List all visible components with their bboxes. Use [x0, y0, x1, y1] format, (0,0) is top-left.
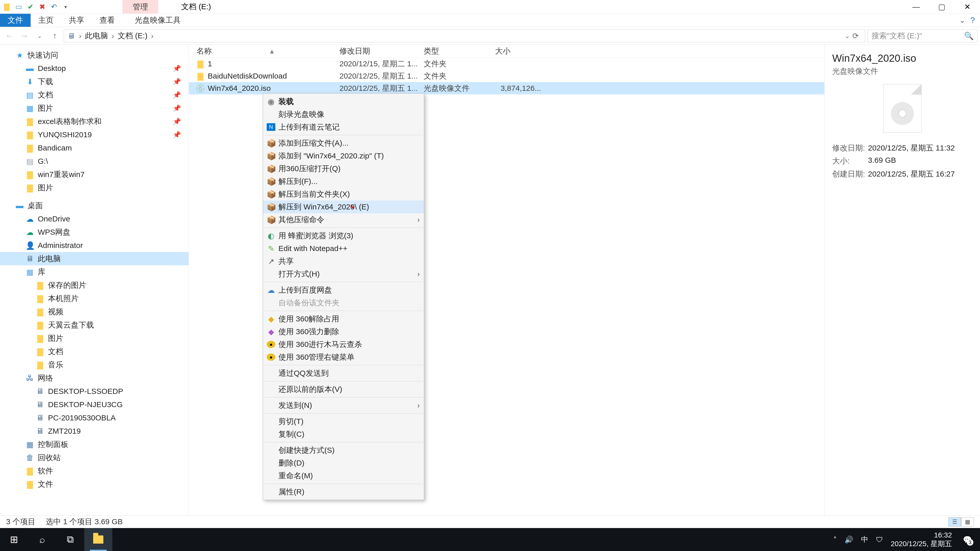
menu-item[interactable]: 📦添加到 "Win7x64_2020.zip" (T)	[263, 149, 424, 162]
nav-lib-tianyi[interactable]: ▇天翼云盘下载	[0, 318, 189, 332]
nav-folder-files[interactable]: ▇文件	[0, 478, 189, 491]
nav-folder[interactable]: ▇excel表格制作求和📌	[0, 115, 189, 128]
nav-net-pc[interactable]: 🖥PC-20190530OBLA	[0, 411, 189, 424]
menu-item[interactable]: 属性(R)	[263, 486, 424, 498]
minimize-button[interactable]: —	[904, 0, 929, 14]
nav-up-button[interactable]: ↑	[48, 30, 61, 42]
nav-lib-saved-pictures[interactable]: ▇保存的图片	[0, 279, 189, 292]
view-details-button[interactable]: ☰	[948, 517, 961, 527]
qat-dropdown-icon[interactable]: ▾	[62, 3, 69, 11]
chevron-right-icon[interactable]: ›	[77, 32, 83, 40]
menu-item[interactable]: 刻录光盘映像	[263, 108, 424, 121]
navigation-tree[interactable]: ★快速访问 ▬Desktop📌 ⬇下载📌 ▤文档📌 ▦图片📌 ▇excel表格制…	[0, 45, 189, 515]
col-name[interactable]: 名称 ▴	[189, 46, 339, 56]
breadcrumb-this-pc[interactable]: 此电脑	[85, 30, 108, 41]
nav-lib-documents[interactable]: ▇文档	[0, 345, 189, 358]
nav-lib-camera-roll[interactable]: ▇本机照片	[0, 292, 189, 305]
task-view-button[interactable]: ⧉	[56, 528, 84, 551]
close-button[interactable]: ✕	[955, 0, 980, 14]
breadcrumb-dropdown-icon[interactable]: ⌄	[845, 32, 850, 40]
nav-folder-software[interactable]: ▇软件	[0, 464, 189, 478]
explorer-taskbar-button[interactable]	[84, 528, 112, 551]
taskbar-clock[interactable]: 16:32 2020/12/25, 星期五	[891, 531, 952, 548]
nav-net-pc[interactable]: 🖥DESKTOP-NJEU3CG	[0, 398, 189, 411]
tab-home[interactable]: 主页	[30, 14, 61, 27]
col-date[interactable]: 修改日期	[339, 46, 424, 56]
menu-item[interactable]: N上传到有道云笔记	[263, 121, 424, 133]
nav-pictures[interactable]: ▦图片📌	[0, 102, 189, 115]
nav-forward-button[interactable]: →	[18, 30, 30, 42]
nav-drive-g[interactable]: ▤G:\	[0, 155, 189, 168]
menu-item[interactable]: ✎Edit with Notepad++	[263, 242, 424, 255]
nav-desktop-root[interactable]: ▬桌面	[0, 199, 189, 212]
nav-net-pc[interactable]: 🖥ZMT2019	[0, 424, 189, 438]
menu-item[interactable]: 创建快捷方式(S)	[263, 444, 424, 457]
menu-item[interactable]: 删除(D)	[263, 457, 424, 469]
taskbar[interactable]: ⊞ ⌕ ⧉ ˄ 🔊 中 🛡 16:32 2020/12/25, 星期五 💬 3	[0, 528, 980, 551]
menu-item[interactable]: ●使用 360进行木马云查杀	[263, 338, 424, 351]
nav-quick-access[interactable]: ★快速访问	[0, 48, 189, 62]
menu-item[interactable]: ◆使用 360强力删除	[263, 325, 424, 338]
file-row[interactable]: ▇BaiduNetdiskDownload 2020/12/25, 星期五 1.…	[189, 70, 824, 82]
volume-icon[interactable]: 🔊	[845, 535, 853, 544]
nav-this-pc[interactable]: 🖥此电脑	[0, 252, 189, 265]
menu-item[interactable]: ●使用 360管理右键菜单	[263, 351, 424, 364]
ime-indicator[interactable]: 中	[861, 535, 868, 545]
nav-folder[interactable]: ▇win7重装win7	[0, 168, 189, 181]
nav-lib-videos[interactable]: ▇视频	[0, 305, 189, 318]
nav-documents[interactable]: ▤文档📌	[0, 88, 189, 102]
menu-item[interactable]: 📦解压到 Win7x64_2020\ (E)⬉	[263, 200, 424, 213]
menu-item[interactable]: 发送到(N)›	[263, 399, 424, 412]
menu-item[interactable]: 复制(C)	[263, 428, 424, 441]
col-size[interactable]: 大小	[495, 46, 546, 56]
search-input[interactable]: 搜索"文档 (E:)" 🔍	[868, 30, 977, 42]
system-tray[interactable]: ˄ 🔊 中 🛡 16:32 2020/12/25, 星期五 💬 3	[833, 531, 980, 548]
col-type[interactable]: 类型	[424, 46, 495, 56]
file-row-selected[interactable]: 💿Win7x64_2020.iso 2020/12/25, 星期五 1... 光…	[189, 82, 824, 94]
menu-item[interactable]: 📦用360压缩打开(Q)	[263, 162, 424, 175]
menu-item[interactable]: 📦其他压缩命令›	[263, 213, 424, 226]
column-headers[interactable]: 名称 ▴ 修改日期 类型 大小	[189, 45, 824, 58]
nav-lib-music[interactable]: ▇音乐	[0, 358, 189, 372]
menu-item[interactable]: ◉装载	[263, 95, 424, 108]
nav-network[interactable]: 🖧网络	[0, 372, 189, 385]
start-button[interactable]: ⊞	[0, 528, 28, 551]
chevron-right-icon[interactable]: ›	[110, 32, 116, 40]
file-row[interactable]: ▇1 2020/12/15, 星期二 1... 文件夹	[189, 58, 824, 70]
nav-recent-dropdown[interactable]: ⌄	[33, 30, 46, 42]
nav-recycle-bin[interactable]: 🗑回收站	[0, 451, 189, 464]
view-icons-button[interactable]: ▦	[961, 517, 974, 527]
refresh-icon[interactable]: ⟳	[853, 32, 859, 40]
tab-disc-image-tools[interactable]: 光盘映像工具	[127, 14, 188, 27]
nav-folder[interactable]: ▇Bandicam	[0, 141, 189, 155]
tray-shield-icon[interactable]: 🛡	[876, 535, 883, 544]
tab-file[interactable]: 文件	[0, 14, 30, 27]
nav-desktop[interactable]: ▬Desktop📌	[0, 62, 189, 75]
delete-x-icon[interactable]: ✖	[38, 3, 46, 11]
menu-item[interactable]: ↗共享	[263, 255, 424, 268]
menu-item[interactable]: 重命名(M)	[263, 469, 424, 482]
menu-item[interactable]: ☁上传到百度网盘	[263, 284, 424, 297]
search-button[interactable]: ⌕	[28, 528, 56, 551]
menu-item[interactable]: 打开方式(H)›	[263, 268, 424, 280]
nav-onedrive[interactable]: ☁OneDrive	[0, 212, 189, 225]
nav-admin[interactable]: 👤Administrator	[0, 239, 189, 252]
nav-folder[interactable]: ▇YUNQISHI2019📌	[0, 128, 189, 141]
nav-control-panel[interactable]: ▦控制面板	[0, 438, 189, 451]
nav-net-pc[interactable]: 🖥DESKTOP-LSSOEDP	[0, 385, 189, 398]
properties-icon[interactable]: ▭	[15, 3, 22, 11]
action-center-button[interactable]: 💬 3	[959, 532, 975, 547]
menu-item[interactable]: 📦解压到当前文件夹(X)	[263, 188, 424, 200]
nav-wps[interactable]: ☁WPS网盘	[0, 225, 189, 239]
menu-item[interactable]: ◆使用 360解除占用	[263, 313, 424, 325]
menu-item[interactable]: 通过QQ发送到	[263, 367, 424, 380]
ribbon-expand-icon[interactable]: ⌄	[959, 16, 965, 24]
menu-item[interactable]: 📦解压到(F)...	[263, 175, 424, 188]
nav-lib-pictures[interactable]: ▇图片	[0, 332, 189, 345]
tab-share[interactable]: 共享	[61, 14, 92, 27]
save-check-icon[interactable]: ✔	[27, 3, 34, 11]
tray-overflow-icon[interactable]: ˄	[833, 535, 837, 544]
help-icon[interactable]: ?	[970, 16, 975, 25]
nav-back-button[interactable]: ←	[3, 30, 15, 42]
menu-item[interactable]: 📦添加到压缩文件(A)...	[263, 137, 424, 149]
